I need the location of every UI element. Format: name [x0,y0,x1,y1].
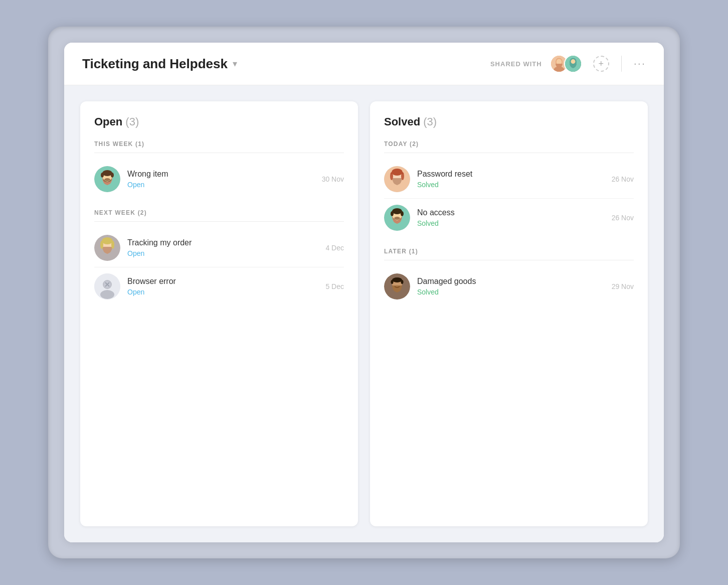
later-label: LATER (1) [384,248,634,255]
more-options-button[interactable]: ··· [634,58,646,69]
next-week-label: NEXT WEEK (2) [94,209,344,216]
ticket-info-tracking: Tracking my order Open [127,238,318,257]
this-week-section: THIS WEEK (1) [94,140,344,198]
svg-point-13 [104,178,110,181]
ticket-info-browser-error: Browser error Open [127,277,318,296]
avatar-password-reset [384,166,410,192]
this-week-divider [94,153,344,153]
svg-point-48 [391,280,394,284]
avatar-damaged-goods [384,273,410,300]
today-label: TODAY (2) [384,140,634,148]
avatar-wrong-item [94,166,120,192]
ticket-name-wrong-item: Wrong item [127,170,315,179]
ticket-no-access[interactable]: No access Solved 26 Nov [384,199,634,237]
svg-point-49 [401,280,404,284]
avatars-group [550,55,582,73]
svg-point-16 [111,173,114,178]
next-week-divider [94,221,344,222]
outer-frame: Ticketing and Helpdesk ▾ SHARED WITH [48,27,680,558]
ticket-status-tracking: Open [127,249,318,257]
header-right: SHARED WITH [490,55,646,73]
ticket-status-password-reset: Solved [417,181,605,189]
svg-point-7 [571,59,575,64]
ticket-date-wrong-item: 30 Nov [322,175,344,183]
ticket-status-damaged-goods: Solved [417,288,605,296]
ticket-damaged-goods[interactable]: Damaged goods Solved 29 Nov [384,267,634,306]
content-area: Open (3) THIS WEEK (1) [64,85,664,542]
svg-point-22 [111,241,114,249]
ticket-info-password-reset: Password reset Solved [417,170,605,189]
ticket-date-browser-error: 5 Dec [325,282,344,290]
page-title: Ticketing and Helpdesk [82,56,228,72]
ticket-info-wrong-item: Wrong item Open [127,170,315,189]
avatar-no-access [384,205,410,231]
ticket-password-reset[interactable]: Password reset Solved 26 Nov [384,160,634,199]
svg-point-41 [392,208,402,214]
ticket-wrong-item[interactable]: Wrong item Open 30 Nov [94,160,344,198]
today-section: TODAY (2) [384,140,634,237]
svg-point-15 [101,173,104,178]
today-divider [384,153,634,153]
ticket-date-no-access: 26 Nov [612,214,634,222]
svg-point-4 [557,59,561,64]
header: Ticketing and Helpdesk ▾ SHARED WITH [64,43,664,85]
ticket-date-tracking: 4 Dec [325,244,344,252]
header-left: Ticketing and Helpdesk ▾ [82,56,237,72]
ticket-browser-error[interactable]: Browser error Open 5 Dec [94,267,344,306]
chevron-down-icon[interactable]: ▾ [233,58,237,69]
svg-point-14 [102,170,112,176]
svg-point-25 [100,290,114,299]
ticket-info-damaged-goods: Damaged goods Solved [417,277,605,296]
later-divider [384,260,634,260]
header-divider [621,56,622,72]
open-panel-title: Open (3) [94,115,344,128]
ticket-info-no-access: No access Solved [417,208,605,227]
svg-point-21 [100,241,103,249]
open-panel: Open (3) THIS WEEK (1) [80,101,358,526]
app-window: Ticketing and Helpdesk ▾ SHARED WITH [64,43,664,542]
ticket-status-no-access: Solved [417,219,605,227]
ticket-name-no-access: No access [417,208,605,217]
ticket-date-damaged-goods: 29 Nov [612,282,634,290]
svg-point-20 [102,237,113,244]
ticket-status-browser-error: Open [127,288,318,296]
shared-with-label: SHARED WITH [490,60,542,68]
ticket-date-password-reset: 26 Nov [612,175,634,183]
svg-point-42 [391,211,394,216]
svg-point-47 [392,277,402,282]
later-section: LATER (1) [384,248,634,306]
ticket-name-browser-error: Browser error [127,277,318,286]
avatar-tracking [94,235,120,261]
ticket-name-password-reset: Password reset [417,170,605,179]
add-avatar-button[interactable]: + [593,56,609,72]
ticket-name-tracking: Tracking my order [127,238,318,247]
svg-point-40 [394,217,400,220]
avatar-browser-error [94,273,120,300]
avatar-2 [564,55,582,73]
ticket-status-wrong-item: Open [127,181,315,189]
next-week-section: NEXT WEEK (2) [94,209,344,306]
solved-panel: Solved (3) TODAY (2) [370,101,648,526]
ticket-name-damaged-goods: Damaged goods [417,277,605,286]
solved-panel-title: Solved (3) [384,115,634,128]
this-week-label: THIS WEEK (1) [94,140,344,148]
ticket-tracking[interactable]: Tracking my order Open 4 Dec [94,229,344,267]
svg-point-43 [401,211,404,216]
